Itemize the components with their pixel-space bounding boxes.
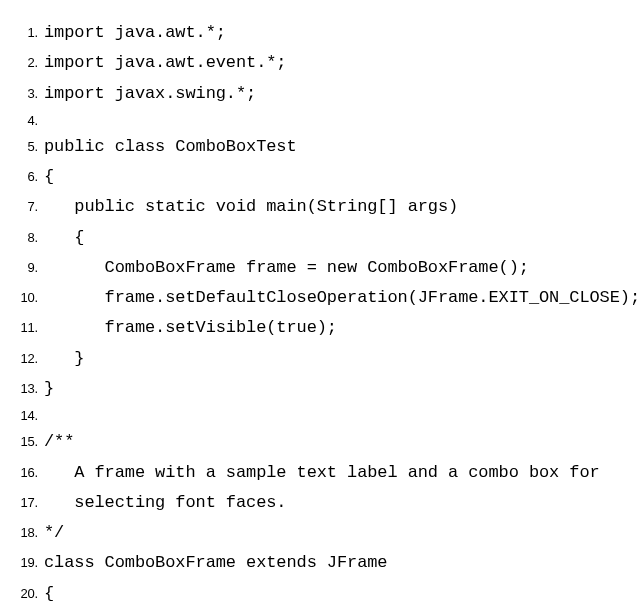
- line-number: 13.: [10, 377, 44, 400]
- code-line: 20.{: [10, 579, 630, 609]
- code-text: class ComboBoxFrame extends JFrame: [44, 548, 387, 578]
- line-number: 5.: [10, 135, 44, 158]
- line-number: 6.: [10, 165, 44, 188]
- code-text: }: [44, 344, 84, 374]
- line-number: 8.: [10, 226, 44, 249]
- code-line: 1.import java.awt.*;: [10, 18, 630, 48]
- code-text: import java.awt.event.*;: [44, 48, 286, 78]
- code-line: 9. ComboBoxFrame frame = new ComboBoxFra…: [10, 253, 630, 283]
- code-line: 5.public class ComboBoxTest: [10, 132, 630, 162]
- line-number: 9.: [10, 256, 44, 279]
- code-line: 7. public static void main(String[] args…: [10, 192, 630, 222]
- code-line: 6.{: [10, 162, 630, 192]
- line-number: 18.: [10, 521, 44, 544]
- line-number: 7.: [10, 195, 44, 218]
- code-line: 17. selecting font faces.: [10, 488, 630, 518]
- code-text: {: [44, 162, 54, 192]
- code-text: public class ComboBoxTest: [44, 132, 297, 162]
- code-line: 4.: [10, 109, 630, 132]
- line-number: 4.: [10, 109, 44, 132]
- code-line: 14.: [10, 404, 630, 427]
- line-number: 17.: [10, 491, 44, 514]
- code-line: 10. frame.setDefaultCloseOperation(JFram…: [10, 283, 630, 313]
- code-text: selecting font faces.: [44, 488, 286, 518]
- line-number: 16.: [10, 461, 44, 484]
- code-text: frame.setVisible(true);: [44, 313, 337, 343]
- line-number: 20.: [10, 582, 44, 605]
- line-number: 12.: [10, 347, 44, 370]
- code-listing: 1.import java.awt.*;2.import java.awt.ev…: [10, 18, 630, 608]
- code-text: import javax.swing.*;: [44, 79, 256, 109]
- code-line: 18.*/: [10, 518, 630, 548]
- code-line: 2.import java.awt.event.*;: [10, 48, 630, 78]
- code-text: }: [44, 374, 54, 404]
- code-line: 8. {: [10, 223, 630, 253]
- line-number: 1.: [10, 21, 44, 44]
- code-text: */: [44, 518, 64, 548]
- code-text: /**: [44, 427, 74, 457]
- code-line: 15./**: [10, 427, 630, 457]
- code-text: {: [44, 223, 84, 253]
- code-text: frame.setDefaultCloseOperation(JFrame.EX…: [44, 283, 640, 313]
- code-text: public static void main(String[] args): [44, 192, 458, 222]
- line-number: 2.: [10, 51, 44, 74]
- code-line: 3.import javax.swing.*;: [10, 79, 630, 109]
- line-number: 11.: [10, 316, 44, 339]
- code-text: {: [44, 579, 54, 609]
- line-number: 10.: [10, 286, 44, 309]
- code-text: A frame with a sample text label and a c…: [44, 458, 600, 488]
- code-line: 19.class ComboBoxFrame extends JFrame: [10, 548, 630, 578]
- code-line: 16. A frame with a sample text label and…: [10, 458, 630, 488]
- line-number: 19.: [10, 551, 44, 574]
- line-number: 15.: [10, 430, 44, 453]
- line-number: 3.: [10, 82, 44, 105]
- code-line: 12. }: [10, 344, 630, 374]
- line-number: 14.: [10, 404, 44, 427]
- code-line: 11. frame.setVisible(true);: [10, 313, 630, 343]
- code-text: import java.awt.*;: [44, 18, 226, 48]
- code-line: 13.}: [10, 374, 630, 404]
- code-text: ComboBoxFrame frame = new ComboBoxFrame(…: [44, 253, 529, 283]
